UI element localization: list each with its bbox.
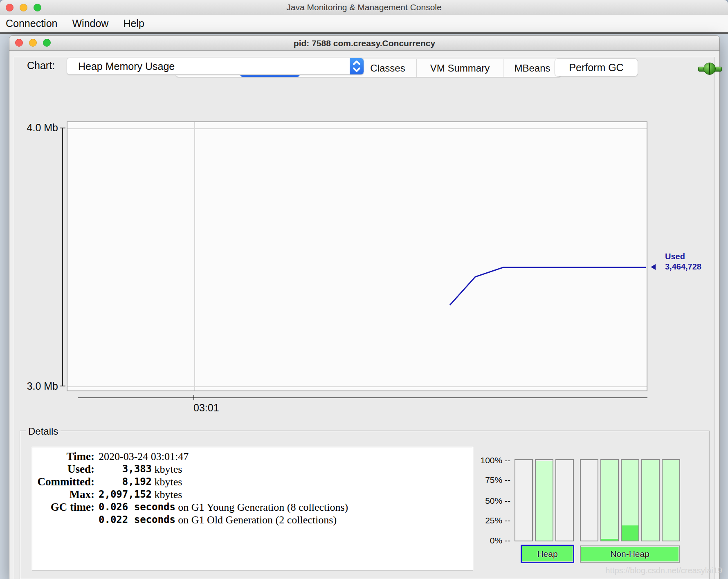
non-heap-button[interactable]: Non-Heap <box>580 545 680 563</box>
used-marker-icon <box>651 264 656 270</box>
committed-fill <box>536 461 553 541</box>
details-row-value: 0.022 seconds <box>99 514 175 526</box>
details-row-unit: kbytes <box>152 463 182 476</box>
details-row-label <box>32 514 94 526</box>
usage-bars <box>515 459 680 541</box>
details-row-label: Max: <box>32 488 94 501</box>
non-heap-usage-bar <box>641 459 660 541</box>
details-row-label: Time: <box>32 450 94 463</box>
panel-right-border <box>714 56 714 579</box>
heap-usage-bar <box>515 459 533 541</box>
memory-chart-plot <box>67 121 647 391</box>
memory-chart-svg <box>67 122 647 390</box>
chart-select-value: Heap Memory Usage <box>78 61 175 72</box>
details-row: Used: 3,383 kbytes <box>32 463 473 476</box>
combo-stepper-icon[interactable] <box>350 58 364 74</box>
committed-fill <box>642 460 659 541</box>
used-fill <box>601 539 618 541</box>
used-fill <box>622 525 638 541</box>
details-row-label: Committed: <box>32 476 94 488</box>
x-axis-tick <box>193 395 194 400</box>
details-row-unit: kbytes <box>152 476 182 488</box>
y-axis-tick-top <box>60 128 65 128</box>
used-memory-line <box>450 267 646 305</box>
tab-mbeans[interactable]: MBeans <box>503 59 561 77</box>
frame-titlebar: pid: 7588 com.creasy.Concurrency <box>9 36 719 51</box>
non-heap-usage-bar <box>662 459 680 541</box>
menu-window[interactable]: Window <box>72 15 108 29</box>
committed-fill <box>663 460 679 541</box>
details-group-label: Details <box>26 426 61 437</box>
details-row: Max:2,097,152 kbytes <box>32 488 473 501</box>
details-row-value: 0.026 seconds <box>99 501 175 514</box>
usage-axis-label: 25% -- <box>470 516 510 525</box>
details-row-unit: 2020-03-24 03:01:47 <box>99 450 189 463</box>
menu-connection[interactable]: Connection <box>6 15 57 29</box>
details-row-value: 2,097,152 <box>99 488 152 501</box>
y-axis-tick-bottom <box>60 386 65 386</box>
details-row-value: 3,383 <box>99 463 152 476</box>
non-heap-usage-bar <box>600 459 619 541</box>
non-heap-usage-bar <box>621 459 639 541</box>
connection-plug-icon[interactable] <box>698 63 721 75</box>
y-axis <box>62 128 63 386</box>
chart-label: Chart: <box>27 60 55 72</box>
details-row-unit: on G1 Old Generation (2 collections) <box>175 514 337 526</box>
frame-title: pid: 7588 com.creasy.Concurrency <box>9 38 719 48</box>
heap-button[interactable]: Heap <box>521 545 574 563</box>
details-row-value: 8,192 <box>99 476 152 488</box>
x-axis-label: 03:01 <box>193 402 219 414</box>
outer-titlebar: Java Monitoring & Management Console <box>0 0 728 15</box>
details-row: 0.022 seconds on G1 Old Generation (2 co… <box>32 514 473 526</box>
non-heap-usage-bar <box>580 459 598 541</box>
details-row-unit: on G1 Young Generation (8 collections) <box>175 501 348 514</box>
committed-fill <box>601 460 618 541</box>
details-row: Committed: 8,192 kbytes <box>32 476 473 488</box>
heap-usage-bar <box>535 459 553 541</box>
usage-axis-label: 100% -- <box>470 456 510 465</box>
perform-gc-button[interactable]: Perform GC <box>555 58 638 76</box>
heap-usage-bar <box>555 459 574 541</box>
details-row-label: GC time: <box>32 501 94 514</box>
usage-axis-label: 50% -- <box>470 496 510 506</box>
plug-slit <box>709 63 710 74</box>
watermark: https://blog.csdn.net/creasylai19 <box>573 566 722 575</box>
details-row-label: Used: <box>32 463 94 476</box>
x-axis <box>78 397 647 398</box>
details-row: GC time:0.026 seconds on G1 Young Genera… <box>32 501 473 514</box>
usage-axis-label: 0% -- <box>470 536 510 545</box>
used-annotation-value: 3,464,728 <box>665 262 701 272</box>
tab-vm-summary[interactable]: VM Summary <box>417 59 503 77</box>
usage-axis-label: 75% -- <box>470 475 510 485</box>
menu-help[interactable]: Help <box>123 15 144 29</box>
details-row-unit: kbytes <box>152 488 182 501</box>
details-box: Time:2020-03-24 03:01:47Used: 3,383 kbyt… <box>32 447 473 570</box>
details-row: Time:2020-03-24 03:01:47 <box>32 450 473 463</box>
screen: Java Monitoring & Management Console Con… <box>0 0 728 579</box>
window-title: Java Monitoring & Management Console <box>0 2 728 12</box>
used-annotation-name: Used <box>665 251 701 262</box>
menubar: ConnectionWindowHelp <box>0 15 728 34</box>
tab-classes[interactable]: Classes <box>359 59 417 77</box>
used-annotation: Used 3,464,728 <box>665 251 701 272</box>
y-axis-label-bottom: 3.0 Mb <box>12 380 58 392</box>
y-axis-label-top: 4.0 Mb <box>12 122 58 134</box>
chart-select[interactable]: Heap Memory Usage <box>67 58 364 75</box>
